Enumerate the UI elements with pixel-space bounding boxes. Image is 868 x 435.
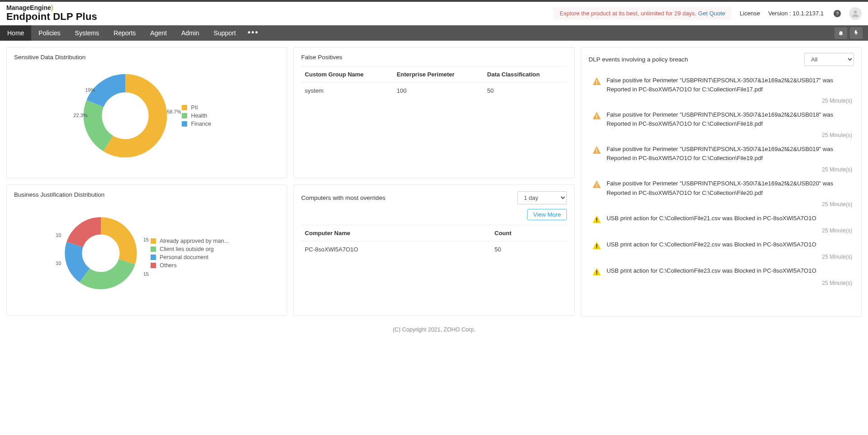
- event-item[interactable]: !False positive for Perimeter "USBPRINT\…: [589, 175, 856, 209]
- product-name: Endpoint DLP Plus: [6, 11, 97, 22]
- legend-item: PII: [182, 104, 211, 111]
- legend-item: Already approved by man...: [151, 238, 229, 244]
- chart-label: 19%: [85, 87, 95, 93]
- svg-text:!: !: [596, 270, 598, 276]
- events-list[interactable]: !False positive for Perimeter "USBPRINT\…: [589, 71, 859, 311]
- chart-label: 10: [56, 232, 61, 238]
- top-bar: ManageEngine) Endpoint DLP Plus Explore …: [0, 0, 868, 25]
- legend-item: Finance: [182, 121, 211, 127]
- nav-item-systems[interactable]: Systems: [68, 25, 107, 41]
- svg-text:!: !: [596, 243, 598, 250]
- fp-cell-perimeter[interactable]: 100: [393, 82, 483, 99]
- view-more-button[interactable]: View More: [527, 209, 566, 220]
- warning-icon: !: [592, 241, 601, 250]
- legend-item: Health: [182, 113, 211, 119]
- main-nav: HomePoliciesSystemsReportsAgentAdminSupp…: [0, 25, 868, 41]
- chart-label: 15: [143, 237, 149, 242]
- legend-item: Personal document: [151, 254, 229, 260]
- nav-item-agent[interactable]: Agent: [143, 25, 174, 41]
- event-item[interactable]: !USB print action for C:\Collection\File…: [589, 209, 856, 236]
- overrides-range-select[interactable]: 1 day: [517, 191, 567, 204]
- overrides-table: Computer Name Count PC-8soXWl5A7O1O50: [301, 225, 566, 257]
- sensitive-panel: Sensitive Data Distribution 58.7% 22.3% …: [6, 47, 287, 178]
- table-row: system10050: [301, 82, 566, 99]
- biz-legend: Already approved by man...Client lies ou…: [151, 236, 229, 270]
- nav-item-home[interactable]: Home: [0, 25, 31, 41]
- help-icon[interactable]: ?: [834, 10, 841, 17]
- event-time: 25 Minute(s): [822, 280, 852, 286]
- overrides-title: Computers with most overrides: [301, 194, 385, 201]
- event-time: 25 Minute(s): [822, 254, 852, 260]
- content: Sensitive Data Distribution 58.7% 22.3% …: [0, 41, 868, 323]
- legend-item: Client lies outside org: [151, 246, 229, 252]
- sensitive-chart: 58.7% 22.3% 19%: [82, 73, 168, 159]
- event-item[interactable]: !USB print action for C:\Collection\File…: [589, 262, 856, 288]
- chart-label: 22.3%: [73, 113, 87, 118]
- license-link[interactable]: License: [740, 10, 760, 17]
- warning-icon: !: [592, 267, 601, 276]
- nav-item-reports[interactable]: Reports: [106, 25, 143, 41]
- fp-th-perimeter: Enterprise Perimeter: [393, 66, 483, 82]
- warning-icon: !: [592, 215, 601, 224]
- events-title: DLP events involving a policy breach: [589, 56, 688, 63]
- fp-th-class: Data Classification: [484, 66, 567, 82]
- version-label: Version : 10.1.2137.1: [768, 10, 824, 17]
- fp-cell-class[interactable]: 50: [484, 82, 567, 99]
- event-time: 25 Minute(s): [822, 201, 852, 208]
- chart-label: 58.7%: [167, 109, 181, 114]
- events-filter-select[interactable]: All: [804, 53, 854, 66]
- legend-item: Others: [151, 262, 229, 269]
- warning-icon: !: [592, 146, 601, 155]
- svg-text:!: !: [596, 79, 598, 85]
- event-text: False positive for Perimeter "USBPRINT\E…: [607, 179, 852, 197]
- event-time: 25 Minute(s): [822, 227, 852, 234]
- event-item[interactable]: !USB print action for C:\Collection\File…: [589, 236, 856, 262]
- event-item[interactable]: !False positive for Perimeter "USBPRINT\…: [589, 106, 856, 140]
- ov-cell-computer[interactable]: PC-8soXWl5A7O1O: [301, 241, 491, 257]
- event-time: 25 Minute(s): [822, 132, 852, 138]
- trial-banner: Explore the product at its best, unlimit…: [553, 7, 731, 19]
- overrides-panel: Computers with most overrides 1 day View…: [293, 184, 574, 316]
- event-text: False positive for Perimeter "USBPRINT\E…: [607, 110, 852, 128]
- quick-action-icon[interactable]: [850, 27, 863, 39]
- ov-th-count: Count: [491, 225, 567, 241]
- biz-title: Business Justification Distribution: [14, 191, 279, 198]
- nav-item-policies[interactable]: Policies: [31, 25, 67, 41]
- event-text: False positive for Perimeter "USBPRINT\E…: [607, 76, 852, 94]
- avatar[interactable]: [849, 7, 862, 20]
- event-text: USB print action for C:\Collection\File2…: [607, 266, 816, 276]
- event-item[interactable]: !False positive for Perimeter "USBPRINT\…: [589, 140, 856, 175]
- events-panel: DLP events involving a policy breach All…: [581, 47, 862, 317]
- chart-label: 15: [143, 271, 149, 277]
- top-right: Explore the product at its best, unlimit…: [553, 7, 862, 20]
- biz-chart: 15 15 10 10: [65, 217, 137, 289]
- fp-th-group: Custom Group Name: [301, 66, 393, 82]
- event-text: USB print action for C:\Collection\File2…: [607, 240, 816, 250]
- get-quote-link[interactable]: Get Quote: [698, 10, 725, 17]
- svg-text:!: !: [596, 148, 598, 154]
- ov-cell-count: 50: [491, 241, 567, 257]
- brand: ManageEngine) Endpoint DLP Plus: [6, 5, 97, 23]
- chart-label: 10: [56, 260, 61, 266]
- svg-text:!: !: [596, 182, 598, 189]
- sensitive-legend: PIIHealthFinance: [182, 103, 211, 129]
- fp-cell-group: system: [301, 82, 393, 99]
- nav-more-icon[interactable]: •••: [243, 28, 264, 38]
- svg-text:!: !: [596, 217, 598, 223]
- table-row: PC-8soXWl5A7O1O50: [301, 241, 566, 257]
- false-positives-panel: False Positives Custom Group Name Enterp…: [293, 47, 574, 178]
- notifications-icon[interactable]: [835, 27, 847, 39]
- event-time: 25 Minute(s): [822, 166, 852, 173]
- event-time: 25 Minute(s): [822, 98, 852, 104]
- fp-title: False Positives: [301, 54, 566, 61]
- event-text: False positive for Perimeter "USBPRINT\E…: [607, 145, 852, 163]
- nav-item-support[interactable]: Support: [207, 25, 243, 41]
- sensitive-title: Sensitive Data Distribution: [14, 54, 279, 61]
- footer: (C) Copyright 2021, ZOHO Corp.: [0, 323, 868, 341]
- warning-icon: !: [592, 111, 601, 120]
- warning-icon: !: [592, 180, 601, 189]
- nav-item-admin[interactable]: Admin: [174, 25, 207, 41]
- event-item[interactable]: !False positive for Perimeter "USBPRINT\…: [589, 71, 856, 106]
- company-name: ManageEngine): [6, 5, 97, 11]
- warning-icon: !: [592, 77, 601, 86]
